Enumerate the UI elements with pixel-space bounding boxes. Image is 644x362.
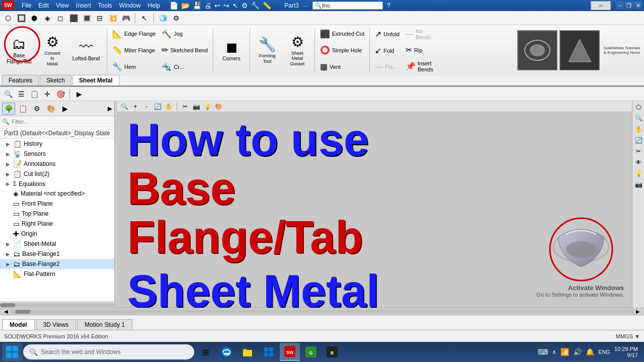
ribbon-unfold[interactable]: ↗ Unfold	[373, 28, 401, 40]
tree-item-cutlist[interactable]: ▶ 📋 Cut list(2)	[0, 169, 114, 179]
tree-item-origin[interactable]: ✚ Origin	[0, 229, 114, 239]
ribbon-flatten[interactable]: — Fla...	[373, 61, 401, 72]
vs-section[interactable]: ✂	[180, 102, 190, 111]
vs-rotate[interactable]: 🔄	[152, 102, 163, 111]
qa-print[interactable]: 🖨	[203, 2, 212, 10]
tb-settings[interactable]: ⚙	[170, 12, 182, 24]
task-view-button[interactable]: ⊞	[195, 343, 215, 361]
tab-sketch[interactable]: Sketch	[40, 75, 71, 85]
tb-isometric[interactable]: ⬡	[2, 12, 14, 24]
ribbon-fold[interactable]: ↙ Fold	[373, 45, 401, 56]
fp-tab-config[interactable]: ⚙	[30, 103, 43, 115]
taskbar-search[interactable]: 🔍 Search the web and Windows	[23, 344, 194, 359]
ribbon-jog[interactable]: 🔨 Jog	[159, 28, 210, 40]
vs-zoom-out[interactable]: -	[141, 102, 151, 111]
tree-item-flat-pattern[interactable]: 📐 Flat-Pattern	[0, 269, 114, 279]
ribbon-sketched-bend[interactable]: ✏ Sketched Bend	[159, 44, 210, 56]
cmd-move[interactable]: ✛	[41, 88, 53, 100]
vs-lighting[interactable]: 💡	[202, 102, 212, 111]
qa-undo[interactable]: ↩	[213, 2, 221, 10]
btab-model[interactable]: Model	[2, 319, 35, 330]
ri-rotate[interactable]: 🔄	[633, 135, 643, 145]
ri-triad[interactable]: ⬡	[633, 102, 643, 112]
qa-select[interactable]: ↖	[231, 2, 239, 10]
ribbon-sheet-metal-gusset[interactable]: ⚙ SheetMetalGusset	[283, 26, 311, 74]
tree-item-top-plane[interactable]: ▭ Top Plane	[0, 209, 114, 219]
status-right[interactable]: MMGS ▼	[616, 333, 640, 339]
scroll-right[interactable]: ▶	[634, 309, 642, 314]
btab-motion-study[interactable]: Motion Study 1	[77, 319, 132, 330]
taskbar-explorer[interactable]	[237, 343, 258, 361]
tb-hidden[interactable]: ◻	[54, 12, 66, 24]
start-button[interactable]	[2, 343, 22, 361]
tb-trimetric[interactable]: ⬢	[28, 12, 40, 24]
tray-keyboard[interactable]: ⌨	[538, 348, 548, 356]
qa-open[interactable]: 📂	[180, 2, 191, 10]
restore-button[interactable]: ❐	[625, 2, 633, 10]
qa-ruler[interactable]: 📏	[262, 2, 272, 10]
tree-item-front-plane[interactable]: ▭ Front Plane	[0, 199, 114, 209]
ribbon-insert-bends[interactable]: 📌 InsertBends	[404, 59, 435, 73]
tree-item-annotations[interactable]: ▶ 📝 Annotations	[0, 159, 114, 169]
viewport[interactable]: 🔍 + - 🔄 ✋ ✂ 📷 💡 🎨 How to use Base Flange…	[117, 101, 644, 308]
vs-pan[interactable]: ✋	[164, 102, 174, 111]
ri-display[interactable]: 👁	[633, 157, 643, 167]
menu-view[interactable]: View	[53, 2, 71, 10]
qa-rebuild[interactable]: 🔧	[250, 2, 261, 10]
tray-chevron[interactable]: ∧	[552, 348, 556, 355]
tree-item-equations[interactable]: ▶ Σ Equations	[0, 179, 114, 189]
tray-volume[interactable]: 🔊	[573, 348, 582, 356]
tb-arrow[interactable]: ↖	[138, 12, 150, 24]
menu-edit[interactable]: Edit	[36, 2, 51, 10]
taskbar-black-app[interactable]: B	[322, 343, 342, 361]
tb-dimetric[interactable]: ◈	[41, 12, 53, 24]
fp-tab-tree[interactable]: 🌳	[2, 103, 15, 115]
cmd-play[interactable]: ▶	[73, 88, 85, 100]
taskbar-solidworks[interactable]: SW	[280, 343, 300, 361]
tree-item-right-plane[interactable]: ▭ Right Plane	[0, 219, 114, 229]
vs-appearance[interactable]: 🎨	[213, 102, 223, 111]
tb-wireframe[interactable]: 🔳	[80, 12, 93, 24]
btab-3d-views[interactable]: 3D Views	[36, 319, 76, 330]
minimize-button[interactable]: −	[616, 2, 624, 10]
fp-tab-display[interactable]: 🎨	[44, 103, 57, 115]
ribbon-base-flange[interactable]: 🗂 BaseFlange/Tab	[2, 26, 36, 74]
ri-section[interactable]: ✂	[633, 146, 643, 156]
scroll-left[interactable]: ◀	[2, 309, 10, 314]
vp-bottom-scroll[interactable]: ◀ ▶	[0, 308, 644, 315]
menu-tools[interactable]: Tools	[96, 2, 115, 10]
qa-save[interactable]: 💾	[192, 2, 202, 10]
tree-item-sheet-metal[interactable]: ▶ 📄 Sheet-Metal	[0, 239, 114, 249]
tree-item-base-flange1[interactable]: ▶ 🗂 Base-Flange1	[0, 249, 114, 259]
tree-item-base-flange2[interactable]: ▶ 🗂 Base-Flange2	[0, 259, 114, 269]
cmd-list[interactable]: ☰	[15, 88, 27, 100]
close-button[interactable]: ✕	[634, 2, 642, 10]
tray-network[interactable]: 📶	[560, 348, 569, 356]
tree-scroll[interactable]	[0, 302, 114, 308]
ribbon-extruded-cut[interactable]: ⬛ Extruded Cut	[318, 28, 366, 40]
tb-dynamic[interactable]: 🎮	[120, 12, 132, 24]
tab-features[interactable]: Features	[2, 75, 39, 85]
qa-options[interactable]: ⚙	[240, 2, 249, 10]
taskbar-green-app[interactable]: G	[301, 343, 321, 361]
ribbon-vent[interactable]: ▦ Vent	[318, 61, 366, 72]
tb-explode[interactable]: 💥	[107, 12, 119, 24]
ribbon-crossbreak[interactable]: 🔩 Cr...	[159, 61, 210, 72]
fp-tab-props[interactable]: 📋	[16, 103, 29, 115]
vs-zoom-fit[interactable]: 🔍	[119, 102, 129, 111]
ribbon-lofted[interactable]: 〰 Lofted-Bend	[68, 26, 104, 74]
tb-sections[interactable]: ⊟	[94, 12, 106, 24]
search-box[interactable]: 🔍 thic	[312, 2, 383, 10]
ribbon-simple-hole[interactable]: ⭕ Simple Hole	[318, 44, 366, 56]
ri-camera[interactable]: 📷	[633, 179, 643, 190]
tray-notification[interactable]: 🔔	[586, 348, 594, 356]
taskbar-edge[interactable]	[216, 343, 236, 361]
ribbon-rip[interactable]: ✂ Rip	[404, 44, 435, 56]
tb-normal[interactable]: 🔲	[15, 12, 27, 24]
vs-zoom-in[interactable]: +	[130, 102, 140, 111]
cmd-rotate[interactable]: 🎯	[54, 88, 66, 100]
ri-zoom[interactable]: 🔍	[633, 113, 643, 123]
ribbon-miter-flange[interactable]: 📏 Miter Flange	[110, 44, 157, 56]
cmd-filter[interactable]: 🔍	[2, 88, 14, 100]
tb-shaded[interactable]: ⬛	[67, 12, 79, 24]
